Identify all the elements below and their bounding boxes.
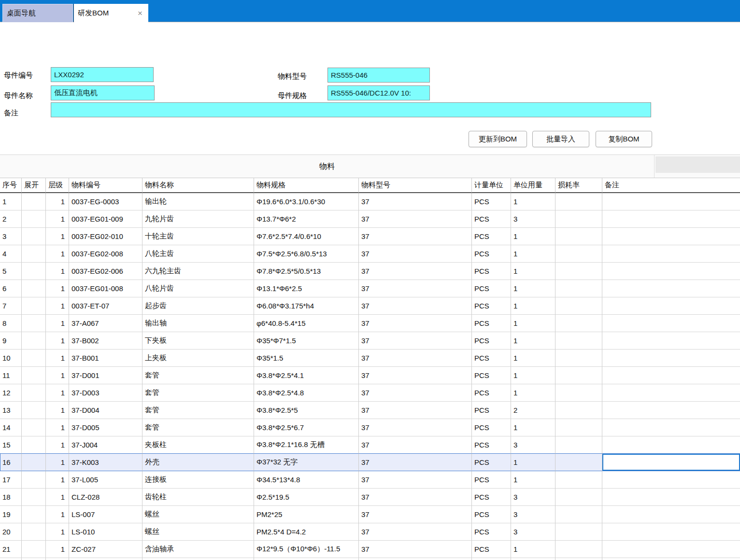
cell-loss[interactable]	[555, 471, 602, 489]
cell-level[interactable]: 1	[46, 350, 69, 367]
table-row[interactable]: 17137-L005连接板Φ34.5*13*4.837PCS1	[0, 471, 740, 489]
cell-name[interactable]: 八轮片齿	[142, 280, 254, 297]
update-to-bom-button[interactable]: 更新到BOM	[469, 131, 527, 147]
cell-qty[interactable]: 1	[511, 384, 555, 402]
cell-spec[interactable]: Φ7.6*2.5*7.4/0.6*10	[254, 228, 359, 245]
cell-remark[interactable]	[602, 523, 740, 541]
cell-spec[interactable]: φ6*40.8-5.4*15	[254, 315, 359, 332]
cell-expand[interactable]	[22, 541, 46, 558]
cell-expand[interactable]	[22, 384, 46, 402]
cell-model[interactable]: 37	[359, 350, 472, 367]
cell-expand[interactable]	[22, 436, 46, 454]
column-header-level[interactable]: 层级	[46, 178, 69, 193]
cell-remark[interactable]	[602, 436, 740, 454]
cell-qty[interactable]: 1	[511, 454, 555, 471]
cell-model[interactable]: 37	[359, 210, 472, 228]
cell-empty[interactable]	[472, 558, 511, 560]
table-row[interactable]: 510037-EG02-006六九轮主齿Φ7.8*Φ2.5*5/0.5*1337…	[0, 263, 740, 280]
table-row[interactable]: 191LS-007螺丝PM2*2537PCS3	[0, 506, 740, 523]
cell-loss[interactable]	[555, 489, 602, 506]
cell-spec[interactable]: Φ7.8*Φ2.5*5/0.5*13	[254, 263, 359, 280]
cell-expand[interactable]	[22, 280, 46, 297]
cell-qty[interactable]: 2	[511, 402, 555, 419]
cell-level[interactable]: 1	[46, 332, 69, 350]
cell-model[interactable]: 37	[359, 315, 472, 332]
cell-expand[interactable]	[22, 210, 46, 228]
cell-model[interactable]: 37	[359, 332, 472, 350]
cell-remark[interactable]	[602, 384, 740, 402]
cell-unit[interactable]: PCS	[472, 263, 511, 280]
cell-name[interactable]: 六九轮主齿	[142, 263, 254, 280]
cell-qty[interactable]: 1	[511, 315, 555, 332]
cell-unit[interactable]: PCS	[472, 210, 511, 228]
cell-loss[interactable]	[555, 367, 602, 384]
cell-code[interactable]: 37-J004	[69, 436, 142, 454]
cell-spec[interactable]: Φ3.8*Φ2.5*4.8	[254, 384, 359, 402]
cell-unit[interactable]: PCS	[472, 471, 511, 489]
column-header-spec[interactable]: 物料规格	[254, 178, 359, 193]
cell-qty[interactable]: 1	[511, 471, 555, 489]
cell-model[interactable]: 37	[359, 471, 472, 489]
cell-spec[interactable]: Φ3.8*Φ2.5*4.1	[254, 367, 359, 384]
cell-seq[interactable]: 5	[0, 263, 22, 280]
cell-remark[interactable]	[602, 489, 740, 506]
cell-loss[interactable]	[555, 402, 602, 419]
cell-loss[interactable]	[555, 228, 602, 245]
table-row[interactable]: 210037-EG01-009九轮片齿Φ13.7*Φ6*237PCS3	[0, 210, 740, 228]
table-row[interactable]: 15137-J004夹板柱Φ3.8*Φ2.1*16.8 无槽37PCS3	[0, 436, 740, 454]
cell-model[interactable]: 37	[359, 419, 472, 436]
cell-seq[interactable]: 21	[0, 541, 22, 558]
cell-level[interactable]: 1	[46, 280, 69, 297]
cell-seq[interactable]: 18	[0, 489, 22, 506]
cell-level[interactable]: 1	[46, 367, 69, 384]
cell-spec[interactable]: PM2*25	[254, 506, 359, 523]
copy-bom-button[interactable]: 复制BOM	[596, 131, 652, 147]
cell-remark[interactable]	[602, 367, 740, 384]
cell-qty[interactable]: 1	[511, 245, 555, 263]
cell-expand[interactable]	[22, 297, 46, 315]
cell-name[interactable]: 输出轮	[142, 193, 254, 210]
column-header-qty[interactable]: 单位用量	[511, 178, 555, 193]
cell-expand[interactable]	[22, 523, 46, 541]
cell-expand[interactable]	[22, 332, 46, 350]
cell-level[interactable]: 1	[46, 489, 69, 506]
cell-spec[interactable]: Φ13.1*Φ6*2.5	[254, 280, 359, 297]
cell-loss[interactable]	[555, 384, 602, 402]
cell-model[interactable]: 37	[359, 280, 472, 297]
cell-spec[interactable]: Φ34.5*13*4.8	[254, 471, 359, 489]
cell-name[interactable]: 连接板	[142, 471, 254, 489]
cell-level[interactable]: 1	[46, 523, 69, 541]
cell-level[interactable]: 1	[46, 297, 69, 315]
cell-seq[interactable]: 15	[0, 436, 22, 454]
cell-unit[interactable]: PCS	[472, 384, 511, 402]
cell-seq[interactable]: 3	[0, 228, 22, 245]
cell-model[interactable]: 37	[359, 454, 472, 471]
cell-remark[interactable]	[602, 332, 740, 350]
table-row[interactable]: 110037-EG-0003输出轮Φ19.6*6.0*3.1/0.6*3037P…	[0, 193, 740, 210]
cell-remark[interactable]	[602, 315, 740, 332]
table-row-partial[interactable]	[0, 558, 740, 560]
cell-loss[interactable]	[555, 436, 602, 454]
cell-model[interactable]: 37	[359, 228, 472, 245]
cell-remark[interactable]	[602, 210, 740, 228]
remark-field[interactable]	[51, 102, 651, 117]
cell-code[interactable]: 37-D004	[69, 402, 142, 419]
cell-code[interactable]: 37-D005	[69, 419, 142, 436]
cell-loss[interactable]	[555, 210, 602, 228]
cell-unit[interactable]: PCS	[472, 506, 511, 523]
cell-seq[interactable]: 6	[0, 280, 22, 297]
table-row[interactable]: 12137-D003套管Φ3.8*Φ2.5*4.837PCS1	[0, 384, 740, 402]
cell-seq[interactable]: 19	[0, 506, 22, 523]
cell-expand[interactable]	[22, 315, 46, 332]
cell-expand[interactable]	[22, 367, 46, 384]
cell-unit[interactable]: PCS	[472, 245, 511, 263]
cell-remark[interactable]	[602, 193, 740, 210]
cell-unit[interactable]: PCS	[472, 419, 511, 436]
cell-expand[interactable]	[22, 193, 46, 210]
cell-qty[interactable]: 3	[511, 210, 555, 228]
cell-level[interactable]: 1	[46, 419, 69, 436]
cell-code[interactable]: CLZ-028	[69, 489, 142, 506]
cell-level[interactable]: 1	[46, 245, 69, 263]
cell-remark[interactable]	[602, 471, 740, 489]
cell-qty[interactable]: 1	[511, 541, 555, 558]
